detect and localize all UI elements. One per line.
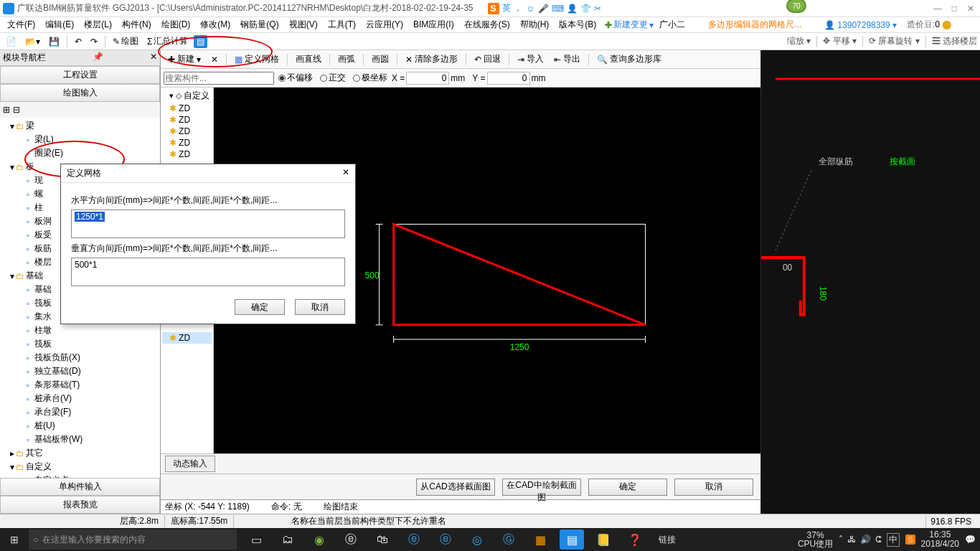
- menu-modify[interactable]: 修改(M): [196, 17, 235, 32]
- ggj-icon[interactable]: ▤: [560, 529, 584, 550]
- ime-lang[interactable]: 中: [887, 533, 900, 547]
- draw-button[interactable]: ✎ 绘图: [110, 34, 141, 48]
- tree-node[interactable]: ▫筏板负筋(X): [1, 351, 159, 364]
- redo-icon[interactable]: ↷: [88, 36, 100, 47]
- help-icon[interactable]: ❓: [623, 529, 647, 550]
- account-button[interactable]: 👤13907298339▾: [824, 20, 896, 30]
- app-icon-small[interactable]: ▤: [194, 35, 207, 48]
- search-component-input[interactable]: [164, 72, 274, 85]
- taskbar-search[interactable]: ○ 在这里输入你要搜索的内容: [29, 529, 237, 550]
- section-project-settings[interactable]: 工程设置: [0, 66, 160, 84]
- browser-icon[interactable]: ◎: [465, 529, 489, 550]
- dialog-close-icon[interactable]: ✕: [342, 167, 349, 179]
- draw-circle-button[interactable]: 画圆: [367, 52, 393, 67]
- score-badge[interactable]: 70: [786, 0, 806, 13]
- expand-icon[interactable]: ⊞: [3, 105, 10, 115]
- in-cad-draw-button[interactable]: 在CAD中绘制截面图: [502, 479, 581, 496]
- tree-node[interactable]: ▫独立基础(D): [1, 364, 159, 378]
- radio-ortho[interactable]: 正交: [320, 72, 346, 84]
- cpu-meter[interactable]: 37%CPU使用: [798, 531, 833, 548]
- dialog-ok-button[interactable]: 确定: [235, 299, 285, 315]
- edge-icon[interactable]: ⓔ: [402, 529, 426, 550]
- ie-icon[interactable]: ⓔ: [433, 529, 458, 550]
- cancel-button[interactable]: 取消: [674, 479, 753, 496]
- tree-node[interactable]: ▫圈梁(E): [1, 146, 159, 160]
- delete-icon[interactable]: ✕: [207, 53, 222, 66]
- menu-online[interactable]: 在线服务(S): [460, 17, 514, 32]
- edge-legacy-icon[interactable]: ⓔ: [339, 529, 363, 550]
- section-draw-input[interactable]: 绘图输入: [0, 84, 160, 102]
- menu-floor[interactable]: 楼层(L): [80, 17, 116, 32]
- link-text[interactable]: 链接: [659, 534, 676, 546]
- system-tray[interactable]: ˄🖧🔊ⵛ: [839, 534, 881, 545]
- maximize-button[interactable]: □: [952, 4, 957, 14]
- close-button[interactable]: ✕: [967, 4, 974, 14]
- start-button[interactable]: ⊞: [0, 534, 29, 545]
- minimize-button[interactable]: —: [933, 4, 942, 14]
- clock[interactable]: 16:352018/4/20: [921, 530, 959, 549]
- menu-draw[interactable]: 绘图(D): [157, 17, 195, 32]
- export-button[interactable]: ⇤ 导出: [550, 52, 585, 67]
- mini-tree-root[interactable]: ▾ ◇ 自定义: [162, 89, 212, 103]
- menu-tools[interactable]: 工具(T): [324, 17, 360, 32]
- collapse-icon[interactable]: ⊟: [13, 105, 20, 115]
- user-radio[interactable]: 广小二: [658, 19, 685, 31]
- tree-node[interactable]: ▫桩(U): [1, 419, 159, 433]
- pin-icon[interactable]: 📌: [93, 52, 103, 64]
- notes-icon[interactable]: 📒: [591, 529, 616, 550]
- sogou-tray-icon[interactable]: S: [905, 534, 915, 545]
- v-spacing-input[interactable]: 500*1: [71, 258, 345, 286]
- menu-help[interactable]: 帮助(H): [516, 17, 554, 32]
- tree-node[interactable]: ▫条形基础(T): [1, 378, 159, 392]
- define-grid-button[interactable]: ▦ 定义网格: [230, 52, 283, 67]
- y-input[interactable]: [487, 72, 530, 85]
- draw-line-button[interactable]: 画直线: [291, 52, 326, 67]
- select-floor-button[interactable]: ☰ 选择楼层: [932, 35, 977, 47]
- menu-file[interactable]: 文件(F): [3, 17, 39, 32]
- ok-button[interactable]: 确定: [588, 479, 667, 496]
- menu-component[interactable]: 构件(N): [118, 17, 156, 32]
- tree-node[interactable]: ▾🗀自定义: [1, 460, 159, 474]
- h-spacing-input[interactable]: 1250*1: [71, 209, 345, 238]
- rotate-button[interactable]: ⟳ 屏幕旋转 ▾: [869, 35, 920, 47]
- store-icon[interactable]: 🛍: [370, 529, 395, 550]
- import-button[interactable]: ⇥ 导入: [513, 52, 548, 67]
- section-report[interactable]: 报表预览: [0, 496, 160, 514]
- open-file-icon[interactable]: 📂▾: [22, 36, 43, 47]
- sogou-icon[interactable]: S: [488, 3, 499, 14]
- tree-node[interactable]: ▫基础板带(W): [1, 433, 159, 446]
- pan-button[interactable]: ✥ 平移 ▾: [823, 35, 857, 47]
- menu-bim[interactable]: BIM应用(I): [409, 17, 458, 32]
- tree-node[interactable]: ▫柱墩: [1, 324, 159, 337]
- from-cad-select-button[interactable]: 从CAD选择截面图: [416, 479, 495, 496]
- new-file-icon[interactable]: 📄: [3, 36, 19, 47]
- menu-rebar[interactable]: 钢筋量(Q): [236, 17, 283, 32]
- radio-no-offset[interactable]: 不偏移: [278, 72, 313, 84]
- menu-cloud[interactable]: 云应用(Y): [362, 17, 407, 32]
- tree-node[interactable]: ▫梁(L): [1, 133, 159, 146]
- save-icon[interactable]: 💾: [46, 36, 62, 47]
- tree-node[interactable]: ▾🗀梁: [1, 119, 159, 133]
- new-dropdown[interactable]: ✚ 新建 ▾: [164, 52, 205, 67]
- undo-icon[interactable]: ↶: [72, 36, 85, 47]
- app1-icon[interactable]: ◉: [307, 529, 331, 550]
- undo-button[interactable]: ↶ 回退: [470, 52, 505, 67]
- query-library-button[interactable]: 🔍 查询多边形库: [593, 52, 666, 67]
- section-single-input[interactable]: 单构件输入: [0, 478, 160, 496]
- draw-arc-button[interactable]: 画弧: [334, 52, 359, 67]
- x-input[interactable]: [406, 72, 449, 85]
- task-view-icon[interactable]: ▭: [244, 529, 268, 550]
- menu-version[interactable]: 版本号(B): [555, 17, 600, 32]
- sum-button[interactable]: Σ 汇总计算: [144, 34, 191, 48]
- radio-polar[interactable]: 极坐标: [353, 72, 387, 84]
- app3-icon[interactable]: ▦: [528, 529, 552, 550]
- new-change-button[interactable]: ✚新建变更▾: [602, 17, 656, 32]
- mini-tree-selected[interactable]: ✱ ZD: [162, 332, 212, 344]
- explorer-icon[interactable]: 🗂: [275, 529, 300, 550]
- menu-edit[interactable]: 编辑(E): [41, 17, 78, 32]
- tree-node[interactable]: ▫筏板: [1, 337, 159, 351]
- notification-icon[interactable]: 💬: [965, 534, 976, 545]
- tree-node[interactable]: ▫桩承台(V): [1, 392, 159, 405]
- app2-icon[interactable]: Ⓖ: [496, 529, 521, 550]
- clear-polygon-button[interactable]: ✕ 清除多边形: [401, 52, 462, 67]
